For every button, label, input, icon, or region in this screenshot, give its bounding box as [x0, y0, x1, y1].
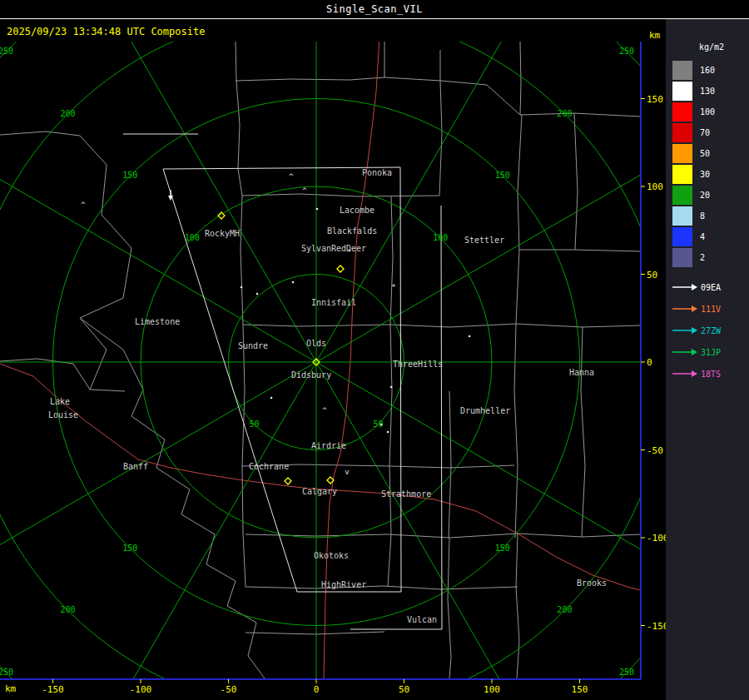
x-axis-tick-label: 150 [572, 684, 588, 695]
radar-arrow-icon [671, 304, 697, 314]
radar-site-marker [285, 478, 291, 484]
county-boundary [520, 42, 521, 115]
city-label: Airdrie [311, 441, 346, 450]
colorbar-row: 30 [666, 164, 749, 185]
range-ring-label: 250 [0, 47, 13, 56]
town-caret: ^ [302, 186, 307, 195]
y-axis-tick-label: 100 [647, 181, 663, 192]
county-boundary [519, 250, 641, 251]
county-boundary [242, 194, 439, 196]
city-label: Olds [306, 339, 326, 348]
radar-legend-item[interactable]: 111V [666, 298, 749, 320]
y-axis-tick-label: 150 [647, 94, 663, 105]
x-axis-tick-label: 100 [484, 684, 500, 695]
colorbar-value: 70 [700, 128, 710, 137]
county-boundary [449, 391, 451, 538]
azimuth-line [316, 362, 549, 700]
range-ring-label: 150 [122, 171, 137, 180]
radar-id-label: 18TS [701, 370, 721, 379]
azimuth-line [316, 129, 720, 362]
colorbar-value: 130 [700, 87, 715, 96]
county-boundary [514, 324, 518, 538]
colorbar-swatch [672, 206, 692, 226]
county-boundary [574, 113, 578, 250]
colorbar-swatch [672, 102, 692, 122]
azimuth-line [316, 0, 549, 362]
colorbar-row: 100 [666, 102, 749, 122]
county-boundary [236, 77, 441, 81]
radar-arrow-icon [671, 282, 697, 292]
town-caret: v [345, 468, 349, 476]
city-label: Stettler [464, 236, 504, 245]
city-label: Okotoks [314, 551, 349, 560]
radar-legend-item[interactable]: 18TS [666, 363, 749, 385]
city-label: Strathmore [381, 489, 431, 499]
radar-id-label: 111V [701, 305, 721, 314]
radar-arrow-icon [671, 347, 697, 357]
county-boundary [0, 359, 90, 390]
azimuth-line [83, 0, 316, 362]
radar-map[interactable]: 5050100100150150150150200200200200250250… [0, 0, 749, 700]
range-ring-label: 150 [495, 544, 510, 553]
x-axis-tick-label: -150 [42, 684, 64, 695]
county-boundary [448, 538, 451, 678]
x-axis-tick-label: 50 [399, 684, 409, 695]
town-caret: ^ [289, 172, 294, 181]
scan-area-outline [350, 206, 442, 629]
colorbar-row: 8 [666, 206, 749, 226]
county-boundary [390, 196, 393, 325]
radar-legend-item[interactable]: 09EA [666, 276, 749, 298]
colorbar-value: 50 [700, 149, 710, 158]
city-label: Hanna [569, 368, 594, 377]
city-label: Cochrane [249, 462, 289, 471]
county-boundary [236, 42, 242, 196]
x-axis-tick-label: -100 [130, 684, 152, 695]
city-label: Vulcan [407, 615, 437, 624]
azimuth-line [316, 362, 720, 595]
city-label: ThreeHills [393, 360, 443, 369]
town-dot [469, 335, 471, 338]
town-dot [270, 397, 273, 400]
town-dot [256, 293, 259, 295]
county-boundary [388, 466, 391, 587]
city-label: Didsbury [291, 370, 331, 380]
colorbar-value: 100 [700, 107, 715, 117]
radar-legend-item[interactable]: 27ZW [666, 320, 749, 341]
range-ring-label: 150 [122, 544, 137, 553]
radar-legend-item[interactable]: 31JP [666, 341, 749, 363]
radar-id-label: 09EA [701, 283, 721, 292]
county-boundary [441, 81, 641, 117]
city-label: Limestone [135, 317, 180, 326]
county-boundary [516, 534, 519, 678]
colorbar-swatch [672, 82, 692, 101]
radar-arrow-icon [671, 369, 697, 379]
city-label: Sylvan [301, 244, 331, 253]
colorbar-row: 20 [666, 185, 749, 206]
colorbar-value: 4 [700, 232, 705, 241]
city-label: Sundre [238, 341, 268, 350]
county-boundary [246, 632, 384, 634]
county-boundary [389, 325, 392, 466]
range-ring-label: 50 [249, 420, 259, 429]
colorbar-swatch [672, 248, 692, 267]
county-boundary [242, 466, 246, 587]
colorbar-value: 30 [700, 170, 710, 179]
city-label: RedDeer [331, 244, 366, 253]
y-axis-tick-label: 0 [647, 357, 652, 368]
county-boundary [581, 327, 585, 537]
radar-arrow-icon [671, 325, 697, 335]
y-axis-tick-label: -50 [647, 445, 663, 456]
range-ring-label: 100 [433, 233, 448, 242]
city-label: Innisfail [311, 298, 356, 307]
city-label: Lacombe [340, 206, 374, 215]
colorbar-units: kg/m2 [666, 19, 749, 60]
colorbar-swatch [672, 165, 692, 184]
azimuth-line [83, 362, 316, 700]
range-ring-label: 100 [185, 233, 200, 242]
radar-id-label: 27ZW [701, 326, 721, 335]
colorbar-row: 160 [666, 60, 749, 81]
county-boundary [246, 586, 518, 589]
radar-site-marker [337, 266, 344, 272]
y-axis-tick-label: 50 [647, 270, 657, 280]
colorbar-value: 2 [700, 253, 705, 262]
